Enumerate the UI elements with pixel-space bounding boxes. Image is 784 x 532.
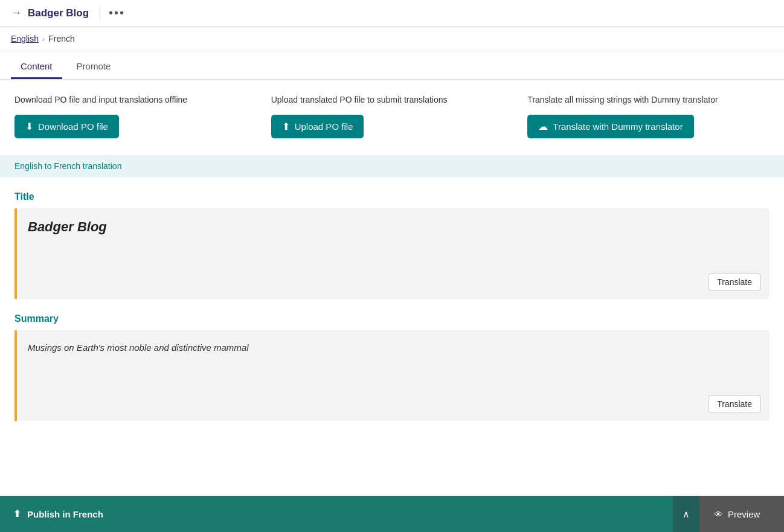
cloud-icon: ☁ bbox=[538, 121, 548, 132]
summary-section-label: Summary bbox=[14, 313, 770, 324]
tab-promote[interactable]: Promote bbox=[67, 54, 121, 79]
download-po-label: Download PO file bbox=[38, 121, 108, 132]
download-po-button[interactable]: ⬇ Download PO file bbox=[14, 115, 119, 138]
download-icon: ⬇ bbox=[25, 121, 33, 132]
action-col-download: Download PO file and input translations … bbox=[14, 94, 271, 138]
tab-content[interactable]: Content bbox=[11, 54, 62, 79]
title-content: Badger Blog bbox=[28, 219, 107, 234]
breadcrumb-english[interactable]: English bbox=[11, 34, 39, 43]
action-col-upload: Upload translated PO file to submit tran… bbox=[271, 94, 528, 138]
translation-bar: English to French translation bbox=[0, 155, 784, 177]
header-divider bbox=[100, 7, 100, 20]
download-description: Download PO file and input translations … bbox=[14, 94, 257, 106]
breadcrumb-separator: › bbox=[42, 34, 45, 43]
title-section-label: Title bbox=[14, 191, 770, 202]
summary-translate-button[interactable]: Translate bbox=[708, 396, 761, 412]
translate-description: Translate all missing strings with Dummy… bbox=[527, 94, 770, 106]
title-translation-box: Badger Blog Translate bbox=[14, 208, 770, 299]
upload-po-label: Upload PO file bbox=[295, 121, 353, 132]
header-title: Badger Blog bbox=[28, 7, 89, 19]
summary-translation-box: Musings on Earth's most noble and distin… bbox=[14, 330, 770, 421]
content-area: Title Badger Blog Translate Summary Musi… bbox=[0, 191, 784, 481]
header-menu-dots[interactable]: ••• bbox=[109, 6, 125, 20]
breadcrumb-french: French bbox=[48, 34, 75, 43]
translate-dummy-label: Translate with Dummy translator bbox=[553, 121, 683, 132]
actions-row: Download PO file and input translations … bbox=[0, 80, 784, 155]
summary-content: Musings on Earth's most noble and distin… bbox=[28, 342, 249, 353]
upload-po-button[interactable]: ⬆ Upload PO file bbox=[271, 115, 364, 138]
upload-description: Upload translated PO file to submit tran… bbox=[271, 94, 513, 106]
header: → Badger Blog ••• bbox=[0, 0, 784, 27]
action-col-translate: Translate all missing strings with Dummy… bbox=[527, 94, 770, 138]
translation-bar-label: English to French translation bbox=[14, 161, 121, 171]
title-translate-button[interactable]: Translate bbox=[708, 274, 761, 290]
tabs-bar: Content Promote bbox=[0, 54, 784, 80]
breadcrumb: English › French bbox=[0, 27, 784, 51]
back-button[interactable]: → bbox=[11, 7, 22, 19]
translate-dummy-button[interactable]: ☁ Translate with Dummy translator bbox=[527, 115, 693, 138]
upload-icon: ⬆ bbox=[282, 121, 290, 132]
